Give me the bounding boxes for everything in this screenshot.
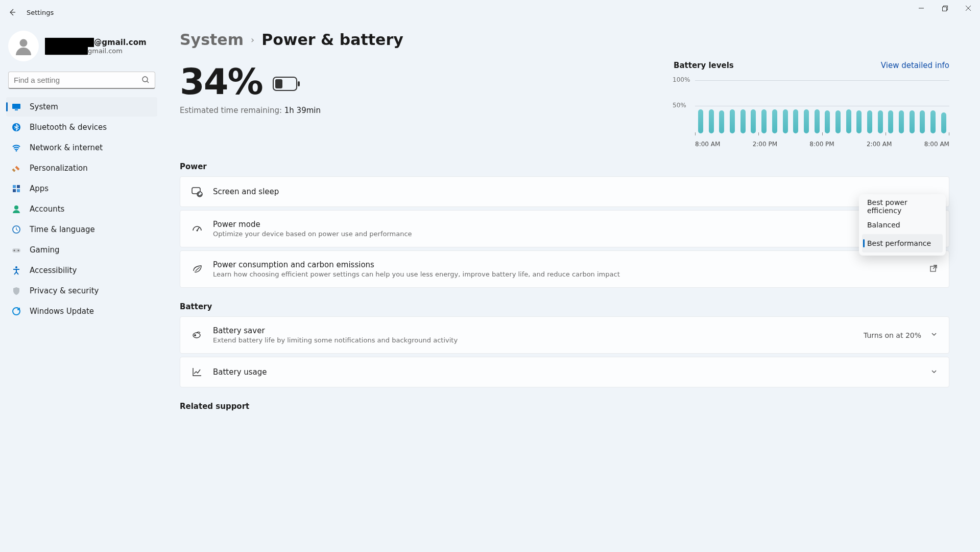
sidebar-item-accounts[interactable]: Accounts bbox=[6, 199, 157, 219]
sidebar-item-label: Gaming bbox=[30, 245, 60, 255]
card-title: Power mode bbox=[213, 220, 412, 229]
svg-rect-9 bbox=[15, 109, 18, 110]
chart-y-50: 50% bbox=[673, 102, 686, 109]
profile-email: ████████gmail.com bbox=[45, 47, 147, 55]
view-detailed-link[interactable]: View detailed info bbox=[881, 61, 949, 70]
svg-rect-19 bbox=[12, 248, 20, 252]
bluetooth-icon bbox=[11, 122, 21, 132]
network-icon bbox=[11, 143, 21, 153]
sidebar-item-bluetooth[interactable]: Bluetooth & devices bbox=[6, 118, 157, 137]
chart-x-label: 8:00 PM bbox=[809, 141, 834, 148]
sidebar-item-apps[interactable]: Apps bbox=[6, 179, 157, 198]
sidebar-item-label: Accessibility bbox=[30, 266, 77, 275]
card-battery-usage[interactable]: Battery usage bbox=[180, 357, 949, 387]
privacy-icon bbox=[11, 286, 21, 296]
sidebar-item-gaming[interactable]: Gaming bbox=[6, 240, 157, 260]
chart-tick bbox=[758, 132, 759, 135]
chart-bar bbox=[740, 109, 746, 133]
svg-point-11 bbox=[16, 150, 17, 152]
svg-rect-14 bbox=[17, 185, 20, 188]
sidebar-item-label: Privacy & security bbox=[30, 286, 99, 295]
chart-bar bbox=[730, 109, 735, 133]
power-mode-option[interactable]: Balanced bbox=[862, 216, 943, 234]
person-icon bbox=[14, 37, 33, 55]
chart-bar bbox=[878, 110, 883, 133]
svg-point-21 bbox=[18, 250, 19, 251]
chart-bar bbox=[910, 110, 915, 133]
section-power-label: Power bbox=[180, 162, 949, 171]
svg-line-7 bbox=[147, 81, 149, 83]
page-title: Power & battery bbox=[261, 31, 403, 49]
chart-x-label: 2:00 AM bbox=[867, 141, 892, 148]
svg-rect-16 bbox=[17, 189, 20, 192]
sidebar-item-accessibility[interactable]: Accessibility bbox=[6, 261, 157, 280]
chart-bar bbox=[899, 110, 904, 133]
search-input[interactable] bbox=[8, 72, 155, 89]
power-mode-option[interactable]: Best performance bbox=[862, 234, 943, 252]
svg-rect-25 bbox=[298, 81, 300, 86]
apps-icon bbox=[11, 183, 21, 194]
breadcrumb: System › Power & battery bbox=[180, 31, 949, 49]
card-subtitle: Extend battery life by limiting some not… bbox=[213, 336, 458, 344]
svg-point-6 bbox=[142, 77, 148, 82]
maximize-button[interactable] bbox=[933, 0, 957, 16]
screen-sleep-icon bbox=[192, 186, 204, 197]
chart-bar bbox=[761, 109, 767, 133]
sidebar-item-label: System bbox=[30, 102, 58, 111]
svg-line-32 bbox=[933, 265, 937, 269]
chart-bar bbox=[835, 110, 841, 133]
sidebar-item-update[interactable]: Windows Update bbox=[6, 302, 157, 321]
search-icon bbox=[142, 76, 149, 85]
chart-bar bbox=[867, 110, 872, 133]
svg-point-34 bbox=[194, 334, 196, 336]
sidebar-item-network[interactable]: Network & internet bbox=[6, 138, 157, 157]
chart-bar bbox=[856, 110, 862, 133]
svg-rect-13 bbox=[13, 185, 16, 188]
chart-title: Battery levels bbox=[674, 61, 734, 70]
main-content: System › Power & battery 34% Estimated t… bbox=[180, 25, 949, 552]
close-button[interactable] bbox=[957, 0, 980, 16]
nav: SystemBluetooth & devicesNetwork & inter… bbox=[0, 95, 163, 324]
sidebar-item-personalization[interactable]: Personalization bbox=[6, 158, 157, 178]
chart-tick bbox=[886, 132, 886, 135]
card-battery-saver[interactable]: Battery saver Extend battery life by lim… bbox=[180, 316, 949, 354]
breadcrumb-parent[interactable]: System bbox=[180, 31, 244, 49]
sidebar-item-privacy[interactable]: Privacy & security bbox=[6, 281, 157, 301]
chart-tick bbox=[822, 132, 823, 135]
chart-bar bbox=[719, 110, 724, 133]
accounts-icon bbox=[11, 204, 21, 214]
chevron-down-icon bbox=[930, 368, 938, 377]
sidebar-item-label: Apps bbox=[30, 184, 49, 193]
chart-bar bbox=[698, 109, 703, 133]
battery-saver-icon bbox=[192, 330, 204, 341]
sidebar-item-time[interactable]: Time & language bbox=[6, 220, 157, 239]
card-power-mode[interactable]: Power mode Optimize your device based on… bbox=[180, 210, 949, 247]
card-power-consumption[interactable]: Power consumption and carbon emissions L… bbox=[180, 250, 949, 288]
titlebar: Settings bbox=[0, 0, 980, 25]
card-subtitle: Learn how choosing efficient power setti… bbox=[213, 270, 620, 278]
card-title: Screen and sleep bbox=[213, 187, 279, 196]
svg-point-20 bbox=[14, 250, 15, 251]
section-battery-label: Battery bbox=[180, 302, 949, 311]
power-mode-option[interactable]: Best power efficiency bbox=[862, 197, 943, 216]
profile-block[interactable]: ████████@gmail.com ████████gmail.com bbox=[0, 29, 163, 70]
minimize-button[interactable] bbox=[910, 0, 933, 16]
chart-bar bbox=[815, 109, 820, 133]
svg-rect-8 bbox=[12, 104, 20, 109]
estimated-time: Estimated time remaining: 1h 39min bbox=[180, 106, 321, 115]
svg-point-5 bbox=[20, 39, 28, 47]
chart-bar bbox=[709, 109, 714, 133]
power-mode-dropdown: Best power efficiencyBalancedBest perfor… bbox=[859, 194, 946, 256]
power-mode-icon bbox=[192, 223, 204, 235]
svg-point-17 bbox=[14, 205, 18, 210]
chart-tick bbox=[949, 132, 949, 135]
sidebar-item-system[interactable]: System bbox=[6, 97, 157, 117]
svg-point-30 bbox=[197, 229, 198, 231]
avatar bbox=[8, 31, 39, 61]
card-screen-sleep[interactable]: Screen and sleep bbox=[180, 176, 949, 207]
time-icon bbox=[11, 224, 21, 235]
gaming-icon bbox=[11, 245, 21, 255]
back-button[interactable] bbox=[0, 0, 25, 25]
chart-bar bbox=[751, 109, 756, 133]
sidebar: ████████@gmail.com ████████gmail.com Sys… bbox=[0, 25, 163, 324]
